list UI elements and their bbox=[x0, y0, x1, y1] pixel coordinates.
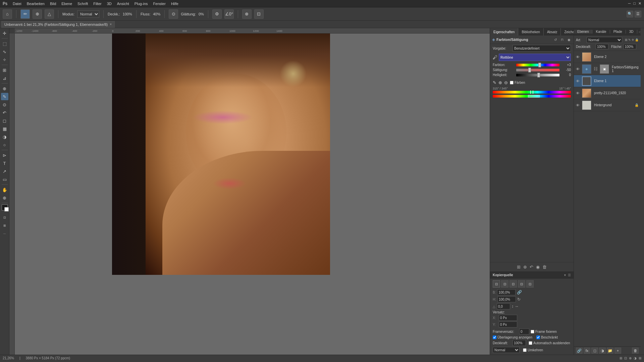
layer-eye-photo[interactable]: 👁 bbox=[576, 91, 581, 95]
screen-mode-button[interactable]: ⊞ bbox=[1, 222, 8, 229]
autom-checkbox[interactable] bbox=[529, 341, 532, 345]
settings-button[interactable]: ⚙ bbox=[212, 9, 222, 19]
window-maximize[interactable]: □ bbox=[633, 1, 636, 6]
menu-fenster[interactable]: Fenster bbox=[153, 2, 166, 6]
menu-filter[interactable]: Filter bbox=[93, 2, 101, 6]
menu-datei[interactable]: Datei bbox=[13, 2, 21, 6]
reset-btn[interactable]: ↺ bbox=[553, 37, 558, 42]
beschraenkt-checkbox[interactable] bbox=[536, 336, 540, 339]
cp-pen-icon[interactable]: ✎ bbox=[493, 80, 496, 85]
cp-eyedropper-sub-icon[interactable]: ⊖ bbox=[504, 80, 508, 85]
action-link-icon[interactable]: ⊕ bbox=[523, 264, 527, 269]
lock-transparent-icon[interactable]: ⊞ bbox=[625, 38, 628, 42]
add-mask-button[interactable]: ◻ bbox=[591, 348, 598, 354]
angle-button[interactable]: ∠0° bbox=[224, 9, 234, 19]
layer-eye-huesat[interactable]: 👁 bbox=[576, 67, 581, 71]
clone-src-button[interactable]: ⊗ bbox=[242, 9, 252, 19]
action-visibility-icon[interactable]: ◉ bbox=[536, 264, 540, 269]
helligkeit-slider[interactable] bbox=[516, 74, 559, 76]
kopierquelle-menu[interactable]: ☰ bbox=[568, 273, 571, 277]
source-5-button[interactable]: ⊡ bbox=[526, 280, 534, 288]
status-btn-5[interactable]: ⊞ bbox=[639, 356, 641, 360]
action-delete-icon[interactable]: 🗑 bbox=[542, 264, 547, 269]
cp-eyedropper-add-icon[interactable]: ⊕ bbox=[498, 80, 502, 85]
action-expand-icon[interactable]: ⊞ bbox=[517, 264, 521, 269]
layer-fx-button[interactable]: fx bbox=[584, 348, 590, 354]
menu-ebene[interactable]: Ebene bbox=[61, 2, 72, 6]
window-minimize[interactable]: ─ bbox=[628, 1, 631, 6]
menu-hilfe[interactable]: Hilfe bbox=[171, 2, 178, 6]
mode-select[interactable]: Normal bbox=[77, 10, 99, 18]
gradient-tool[interactable]: ▦ bbox=[1, 125, 8, 132]
home-button[interactable]: ⌂ bbox=[3, 9, 12, 19]
farben-checkbox[interactable] bbox=[510, 81, 514, 84]
eyedropper-tool[interactable]: ⊿ bbox=[1, 74, 8, 82]
farbton-slider[interactable] bbox=[516, 64, 559, 66]
status-btn-2[interactable]: ⊡ bbox=[624, 356, 627, 360]
workspace-button[interactable]: ☰ bbox=[635, 11, 641, 17]
new-adjustment-button[interactable]: ◑ bbox=[599, 348, 606, 354]
eraser-tool[interactable]: ◻ bbox=[1, 117, 8, 124]
lasso-tool[interactable]: ∿ bbox=[1, 48, 8, 55]
color-replace-button[interactable]: △ bbox=[45, 9, 54, 19]
document-tab[interactable]: Unbenannt-1 bei 21,3% (Farbton/Sättigung… bbox=[1, 21, 115, 28]
hue-marker-left[interactable] bbox=[530, 90, 531, 94]
bh-link-icon[interactable]: 🔗 bbox=[517, 290, 522, 295]
farbton-thumb[interactable] bbox=[538, 63, 541, 67]
menu-schrift[interactable]: Schrift bbox=[77, 2, 88, 6]
absatz-tab[interactable]: Absatz bbox=[544, 28, 561, 36]
layer-blendmode-select[interactable]: Normal bbox=[587, 37, 622, 43]
layer-opacity-input[interactable] bbox=[596, 44, 608, 49]
selection-tool[interactable]: ⬚ bbox=[1, 40, 8, 47]
crop-tool[interactable]: ⊞ bbox=[1, 66, 8, 74]
x-input[interactable] bbox=[499, 315, 517, 321]
winkel-input[interactable] bbox=[497, 303, 510, 309]
history-brush-tool[interactable]: ↶ bbox=[1, 109, 8, 116]
helligkeit-thumb[interactable] bbox=[537, 73, 540, 77]
layers-panel-close[interactable]: ◁ bbox=[639, 30, 641, 34]
link-layers-button[interactable]: 🔗 bbox=[576, 348, 583, 354]
heal-tool[interactable]: ⊕ bbox=[1, 85, 8, 92]
tab-close-button[interactable]: × bbox=[110, 22, 112, 26]
zeichen-tab[interactable]: Zeichen bbox=[561, 28, 574, 36]
hue-selection-range[interactable] bbox=[528, 95, 540, 98]
brush-tool-button[interactable]: ✏ bbox=[20, 9, 30, 19]
layer-ebene2[interactable]: 👁 Ebene 2 bbox=[574, 51, 641, 63]
y-input[interactable] bbox=[499, 321, 517, 327]
path-selection-tool[interactable]: ↗ bbox=[1, 168, 8, 175]
quick-mask-button[interactable]: ⊡ bbox=[1, 214, 8, 221]
pressure-button[interactable]: ⊡ bbox=[254, 9, 264, 19]
search-button[interactable]: 🔍 bbox=[627, 11, 633, 17]
lock-pixels-icon[interactable]: ✎ bbox=[628, 38, 631, 42]
layer-photo[interactable]: 👁 pretty-2111499_1920 bbox=[574, 87, 641, 99]
menu-bild[interactable]: Bild bbox=[50, 2, 56, 6]
status-btn-1[interactable]: ⊞ bbox=[620, 356, 622, 360]
menu-plugins[interactable]: Plug-ins bbox=[135, 2, 148, 6]
dodge-tool[interactable]: ○ bbox=[1, 141, 8, 148]
new-layer-button[interactable]: + bbox=[614, 348, 621, 354]
brush-tool[interactable]: ✎ bbox=[1, 93, 8, 100]
mixer-brush-button[interactable]: ⊕ bbox=[33, 9, 42, 19]
hue-marker-right[interactable] bbox=[533, 90, 533, 94]
menu-bearbeiten[interactable]: Bearbeiten bbox=[27, 2, 45, 6]
delete-layer-button[interactable]: 🗑 bbox=[632, 348, 639, 354]
3d-tab[interactable]: 3D bbox=[626, 30, 637, 34]
source-2-button[interactable]: ⊡ bbox=[501, 280, 508, 288]
pen-tool[interactable]: ⊳ bbox=[1, 152, 8, 159]
saettigung-thumb[interactable] bbox=[528, 68, 531, 72]
ebenen-tab[interactable]: Ebenen bbox=[574, 30, 592, 34]
umkehren-checkbox[interactable] bbox=[523, 348, 527, 352]
deckkraft-input[interactable] bbox=[513, 340, 526, 346]
hand-tool[interactable]: ✋ bbox=[1, 186, 8, 193]
layer-eye-hintergrund[interactable]: 👁 bbox=[576, 103, 581, 107]
layer-eye-ebene2[interactable]: 👁 bbox=[576, 55, 581, 59]
menu-3d[interactable]: 3D bbox=[107, 2, 112, 6]
status-btn-3[interactable]: ⊕ bbox=[629, 356, 632, 360]
source-4-button[interactable]: ⊡ bbox=[518, 280, 525, 288]
frameversatz-input[interactable] bbox=[519, 328, 529, 335]
lock-position-icon[interactable]: ✛ bbox=[632, 38, 634, 42]
kanaele-tab[interactable]: Kanäle bbox=[592, 30, 610, 34]
move-tool[interactable]: ✛ bbox=[1, 29, 8, 37]
eye-btn[interactable]: ◉ bbox=[566, 37, 572, 42]
blendmode-select[interactable]: Normal bbox=[493, 347, 520, 353]
